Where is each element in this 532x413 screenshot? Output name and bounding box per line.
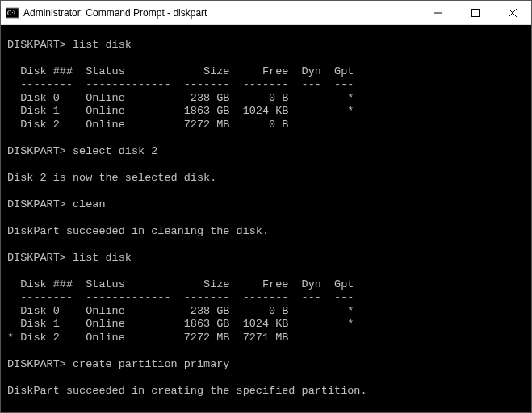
terminal-line: Disk 0 Online 238 GB 0 B *	[7, 305, 354, 317]
svg-text:C:\: C:\	[7, 10, 16, 17]
terminal-line: -------- ------------- ------- ------- -…	[7, 291, 354, 303]
close-button[interactable]	[494, 1, 531, 24]
terminal-line: DISKPART> select disk 2	[7, 145, 157, 157]
terminal-line: DISKPART>	[7, 411, 73, 413]
terminal-line: Disk 1 Online 1863 GB 1024 KB *	[7, 105, 354, 117]
svg-rect-3	[472, 9, 480, 16]
terminal-line: * Disk 2 Online 7272 MB 7271 MB	[7, 332, 354, 344]
maximize-button[interactable]	[457, 1, 494, 24]
terminal-line: -------- ------------- ------- ------- -…	[7, 78, 354, 90]
command-prompt-window: C:\ Administrator: Command Prompt - disk…	[0, 0, 532, 413]
terminal-line: Disk 1 Online 1863 GB 1024 KB *	[7, 318, 354, 330]
terminal-line: DISKPART> create partition primary	[7, 358, 229, 370]
titlebar: C:\ Administrator: Command Prompt - disk…	[1, 1, 531, 25]
terminal-line: Disk 0 Online 238 GB 0 B *	[7, 92, 354, 104]
terminal-line: DiskPart succeeded in creating the speci…	[7, 385, 367, 397]
terminal-line: DISKPART> list disk	[7, 252, 132, 264]
terminal-line: Disk 2 Online 7272 MB 0 B	[7, 119, 354, 131]
terminal-line: Disk ### Status Size Free Dyn Gpt	[7, 65, 354, 77]
window-title: Administrator: Command Prompt - diskpart	[23, 7, 420, 19]
terminal-line: DISKPART> list disk	[7, 39, 132, 51]
terminal-line: DISKPART> clean	[7, 198, 106, 211]
window-controls	[420, 1, 531, 24]
terminal-line: Disk ### Status Size Free Dyn Gpt	[7, 278, 354, 290]
minimize-button[interactable]	[420, 1, 457, 24]
cmd-icon: C:\	[6, 6, 19, 19]
terminal-area[interactable]: DISKPART> list disk Disk ### Status Size…	[1, 25, 531, 412]
terminal-line: DiskPart succeeded in cleaning the disk.	[7, 225, 269, 237]
terminal-line: Disk 2 is now the selected disk.	[7, 172, 216, 184]
